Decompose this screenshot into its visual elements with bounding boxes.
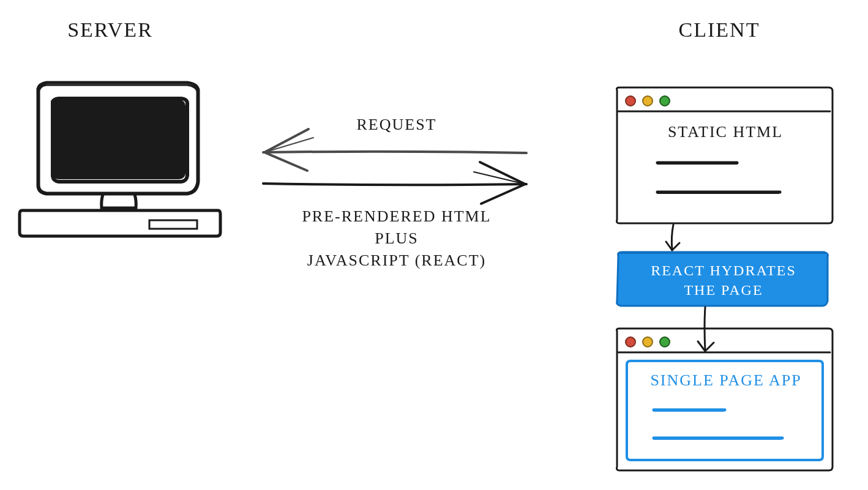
client-heading: CLIENT — [679, 18, 760, 41]
hydrate-label-line1: REACT HYDRATES — [651, 262, 796, 278]
browser-window-spa — [617, 329, 833, 470]
response-label-line2: PLUS — [375, 229, 419, 247]
svg-rect-0 — [52, 100, 185, 179]
server-heading: SERVER — [67, 18, 153, 41]
svg-point-5 — [626, 337, 635, 347]
response-label-line3: JAVASCRIPT (REACT) — [307, 251, 486, 269]
browser-window-static — [617, 87, 833, 223]
svg-rect-1 — [149, 220, 197, 229]
static-html-label: STATIC HTML — [668, 123, 783, 141]
svg-point-6 — [643, 337, 653, 347]
svg-point-3 — [643, 96, 653, 106]
response-label-line1: PRE-RENDERED HTML — [302, 207, 491, 225]
down-arrow-1-icon — [666, 225, 679, 250]
hydrate-label-line2: THE PAGE — [684, 282, 763, 298]
svg-point-2 — [626, 96, 635, 106]
request-label: REQUEST — [357, 116, 437, 133]
server-computer-icon — [20, 83, 220, 236]
svg-point-7 — [660, 337, 670, 347]
svg-point-4 — [660, 96, 670, 106]
spa-label: SINGLE PAGE APP — [650, 371, 801, 389]
